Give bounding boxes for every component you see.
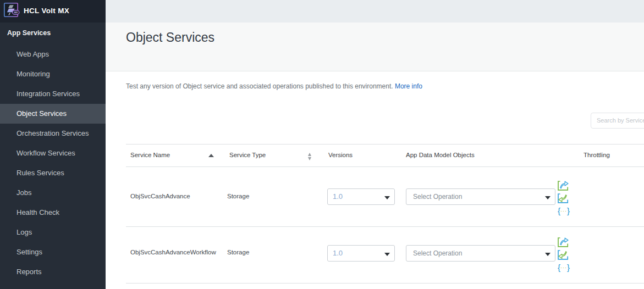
svg-text:MX: MX — [14, 11, 18, 14]
